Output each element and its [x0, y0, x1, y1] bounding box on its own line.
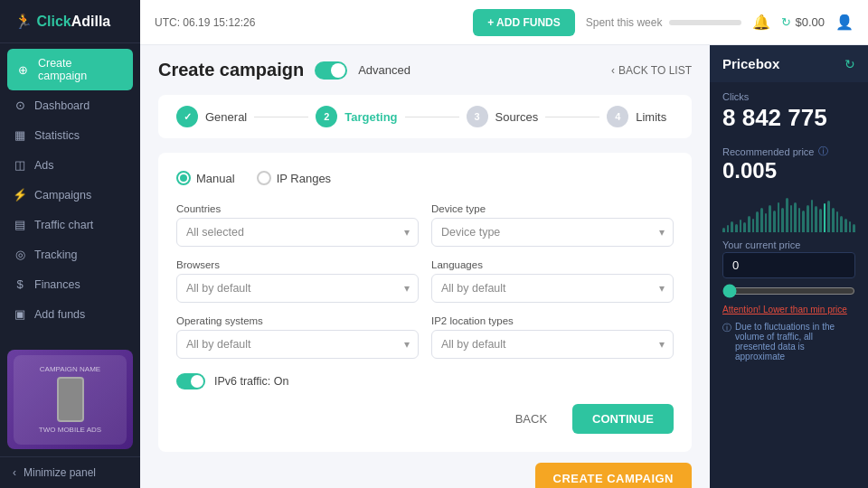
- sidebar-item-label: Add funds: [34, 308, 85, 321]
- clicks-section: Clicks 8 842 775: [722, 91, 855, 132]
- sidebar-item-label: Statistics: [34, 129, 80, 142]
- radio-manual[interactable]: Manual: [176, 171, 235, 185]
- chart-bar: [836, 211, 839, 232]
- page-header: Create campaign Advanced ‹ BACK TO LIST: [158, 60, 692, 80]
- step-targeting-label: Targeting: [344, 110, 397, 124]
- countries-group: Countries All selected: [176, 203, 419, 247]
- minimize-label: Minimize panel: [24, 466, 96, 479]
- toggle-thumb: [331, 63, 345, 78]
- chart-bar: [752, 219, 755, 232]
- create-row: CREATE CAMPAIGN: [158, 463, 692, 488]
- add-funds-button[interactable]: + ADD FUNDS: [473, 9, 575, 36]
- radio-ip-label: IP Ranges: [277, 172, 331, 185]
- device-type-select[interactable]: Device type: [431, 218, 674, 247]
- os-select[interactable]: All by default: [176, 330, 419, 359]
- sidebar-item-label: Traffic chart: [34, 219, 93, 231]
- sidebar: 🏃 ClickAdilla ⊕ Create campaign ⊙ Dashbo…: [0, 0, 140, 488]
- advanced-toggle[interactable]: [315, 61, 347, 80]
- back-button[interactable]: BACK: [501, 405, 561, 433]
- chevron-left-icon: ‹: [611, 64, 615, 77]
- step-divider-1: [254, 117, 308, 117]
- chart-bar: [727, 225, 730, 232]
- sidebar-item-add-funds[interactable]: ▣ Add funds: [0, 299, 140, 329]
- step-targeting[interactable]: 2 Targeting: [316, 106, 397, 127]
- step-sources-circle: 3: [467, 106, 488, 127]
- pricebox-refresh-icon[interactable]: ↻: [844, 57, 855, 71]
- browsers-select[interactable]: All by default: [176, 274, 419, 303]
- countries-select[interactable]: All selected: [176, 218, 419, 247]
- user-menu-icon[interactable]: 👤: [835, 14, 854, 31]
- languages-select[interactable]: All by default: [431, 274, 674, 303]
- sidebar-item-label: Ads: [34, 159, 54, 172]
- device-type-group: Device type Device type: [431, 203, 674, 247]
- ads-icon: ◫: [13, 158, 27, 172]
- ipv6-row: IPv6 traffic: On: [176, 373, 674, 389]
- logo-text-part1: Click: [36, 14, 71, 29]
- ip2-group: IP2 location types All by default: [431, 315, 674, 359]
- step-general-label: General: [205, 110, 247, 124]
- recommended-label: Recommended price ⓘ: [722, 145, 855, 158]
- price-slider[interactable]: [722, 284, 855, 298]
- radio-manual-label: Manual: [196, 172, 235, 185]
- ipv6-label: IPv6 traffic: On: [214, 375, 288, 388]
- chart-bar: [722, 228, 725, 232]
- chevron-left-icon: ‹: [13, 466, 16, 479]
- create-campaign-button[interactable]: CREATE CAMPAIGN: [535, 463, 692, 488]
- os-label: Operating systems: [176, 315, 419, 326]
- chart-bar: [853, 224, 855, 232]
- pricebox-chart: [722, 196, 855, 232]
- price-warning[interactable]: Attention! Lower than min price: [722, 305, 855, 314]
- sidebar-item-label: Create campaign: [38, 57, 124, 82]
- chart-bar: [844, 219, 847, 232]
- ip2-label: IP2 location types: [431, 315, 674, 326]
- chart-bar: [748, 216, 750, 232]
- chart-bar: [760, 208, 763, 232]
- os-group: Operating systems All by default: [176, 315, 419, 359]
- clicks-label: Clicks: [722, 91, 855, 102]
- chart-bar: [832, 208, 835, 232]
- radio-ip-ranges[interactable]: IP Ranges: [257, 171, 331, 185]
- step-sources[interactable]: 3 Sources: [467, 106, 539, 127]
- minimize-panel-button[interactable]: ‹ Minimize panel: [0, 456, 140, 488]
- radio-manual-circle: [176, 171, 191, 185]
- header: UTC: 06.19 15:12:26 + ADD FUNDS Spent th…: [140, 0, 868, 45]
- chart-bar: [743, 222, 746, 232]
- statistics-icon: ▦: [13, 128, 27, 142]
- sidebar-item-campaigns[interactable]: ⚡ Campaigns: [0, 180, 140, 210]
- chart-bar: [819, 209, 822, 232]
- sidebar-item-create-campaign[interactable]: ⊕ Create campaign: [7, 49, 133, 90]
- sidebar-item-statistics[interactable]: ▦ Statistics: [0, 120, 140, 150]
- current-price-input[interactable]: [722, 252, 855, 278]
- browsers-select-wrapper: All by default: [176, 274, 419, 303]
- step-divider-2: [405, 117, 459, 117]
- languages-select-wrapper: All by default: [431, 274, 674, 303]
- notifications-icon[interactable]: 🔔: [752, 14, 770, 31]
- step-divider-3: [545, 117, 599, 117]
- chart-bar: [740, 220, 742, 232]
- sidebar-item-dashboard[interactable]: ⊙ Dashboard: [0, 90, 140, 120]
- toggle-track[interactable]: [315, 61, 347, 80]
- chart-bar: [794, 202, 797, 232]
- step-limits[interactable]: 4 Limits: [607, 106, 674, 127]
- chart-bar: [781, 208, 784, 232]
- title-row: Create campaign Advanced: [158, 60, 410, 80]
- back-to-list-label: BACK TO LIST: [618, 64, 692, 77]
- dashboard-icon: ⊙: [13, 99, 27, 112]
- sidebar-item-finances[interactable]: $ Finances: [0, 269, 140, 299]
- ip2-select[interactable]: All by default: [431, 330, 674, 359]
- chart-bar: [790, 205, 793, 232]
- step-general[interactable]: ✓ General: [176, 106, 247, 127]
- sidebar-item-label: Finances: [34, 278, 80, 291]
- sidebar-item-ads[interactable]: ◫ Ads: [0, 150, 140, 180]
- ipv6-toggle[interactable]: [176, 373, 205, 389]
- chart-bar: [798, 208, 801, 232]
- sidebar-item-traffic-chart[interactable]: ▤ Traffic chart: [0, 210, 140, 239]
- continue-button[interactable]: CONTINUE: [572, 404, 674, 434]
- ipv6-toggle-thumb: [191, 375, 203, 388]
- sidebar-item-tracking[interactable]: ◎ Tracking: [0, 239, 140, 269]
- info-icon: ⓘ: [818, 145, 828, 158]
- price-info: ⓘ Due to fluctuations in the volume of t…: [722, 322, 855, 361]
- page-content: Create campaign Advanced ‹ BACK TO LIST: [140, 45, 868, 488]
- os-select-wrapper: All by default: [176, 330, 419, 359]
- back-to-list-button[interactable]: ‹ BACK TO LIST: [611, 64, 692, 77]
